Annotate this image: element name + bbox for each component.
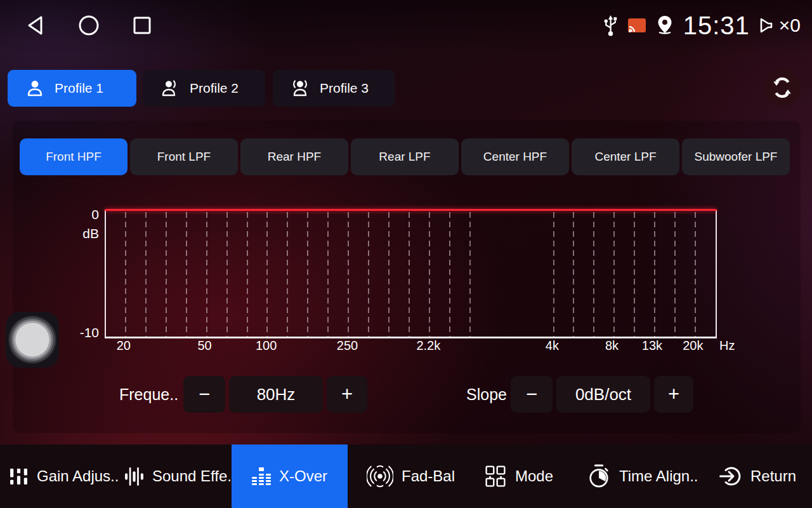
y-axis-label-0: 0: [61, 207, 99, 222]
recents-icon: [131, 15, 153, 36]
filter-tab-center-lpf[interactable]: Center LPF: [572, 138, 679, 175]
slope-plus-button[interactable]: +: [654, 376, 693, 413]
x-tick-label: 50: [197, 338, 211, 353]
plot-area[interactable]: [105, 210, 717, 338]
x-tick-label: 20: [117, 338, 131, 353]
bottom-nav: Gain Adjus.. Sound Effe..: [0, 444, 812, 508]
nav-sound-effect[interactable]: Sound Effe..: [124, 444, 236, 508]
fader-balance-icon: [367, 463, 393, 490]
android-recents-button[interactable]: [129, 13, 155, 38]
head-unit-screen: 15:31 ×0 Profile 1: [0, 0, 812, 508]
frequency-label: Freque..: [119, 376, 178, 413]
gridline: [287, 212, 288, 337]
gridline: [654, 212, 655, 337]
user-2-icon: [160, 79, 180, 98]
filter-tab-front-hpf[interactable]: Front HPF: [20, 138, 128, 175]
slope-value: 0dB/oct: [556, 376, 650, 413]
nav-time-align[interactable]: Time Align..: [587, 444, 698, 508]
gridline: [206, 212, 207, 337]
gridline: [634, 212, 635, 337]
gridline: [674, 212, 676, 337]
gridline: [695, 212, 696, 337]
volume-muted-label: ×0: [779, 15, 801, 36]
nav-label: Fad-Bal: [402, 467, 455, 485]
back-icon: [26, 15, 48, 36]
x-tick-label: 100: [256, 338, 277, 353]
floating-assist-knob[interactable]: [6, 312, 59, 368]
x-tick-label: 20k: [683, 338, 703, 353]
frequency-plus-button[interactable]: +: [327, 376, 367, 413]
gridline: [186, 212, 187, 337]
gridline: [307, 212, 308, 337]
stopwatch-icon: [587, 464, 611, 489]
reset-sync-button[interactable]: [764, 69, 801, 106]
nav-xover[interactable]: X-Over: [232, 444, 348, 508]
x-tick-label: 8k: [605, 338, 619, 353]
gridline: [125, 212, 126, 337]
gridline: [593, 212, 594, 337]
gridline: [388, 212, 390, 337]
sync-icon: [771, 76, 794, 99]
android-back-button[interactable]: [24, 13, 49, 38]
nav-label: Gain Adjus..: [37, 467, 119, 485]
return-arrow-icon: [719, 465, 742, 488]
filter-tab-rear-lpf[interactable]: Rear LPF: [351, 138, 459, 175]
gridline: [166, 212, 167, 337]
x-tick-label: 4k: [546, 338, 559, 353]
nav-gain-adjust[interactable]: Gain Adjus..: [9, 444, 119, 508]
nav-mode[interactable]: Mode: [484, 444, 553, 508]
gridline: [226, 212, 228, 337]
frequency-minus-button[interactable]: −: [183, 376, 225, 413]
usb-icon: [603, 15, 619, 36]
cast-icon: [627, 18, 646, 33]
status-bar: 15:31 ×0: [0, 0, 812, 51]
nav-label: X-Over: [279, 467, 327, 485]
clock: 15:31: [683, 13, 750, 38]
frequency-value: 80Hz: [229, 376, 323, 413]
user-icon: [25, 79, 44, 98]
android-home-button[interactable]: [76, 13, 102, 38]
profile-3-button[interactable]: Profile 3: [273, 70, 395, 107]
location-icon: [655, 15, 674, 36]
filter-tab-front-lpf[interactable]: Front LPF: [130, 138, 238, 175]
mode-grid-icon: [484, 465, 507, 488]
equalizer-icon: [252, 467, 271, 486]
gridline: [449, 212, 450, 337]
filter-tab-rear-hpf[interactable]: Rear HPF: [240, 138, 348, 175]
slope-minus-button[interactable]: −: [511, 376, 553, 413]
gain-sliders-icon: [9, 467, 29, 486]
profile-label: Profile 3: [320, 81, 369, 96]
sound-effect-icon: [124, 467, 144, 486]
gridline: [553, 212, 554, 337]
x-axis-labels: 20501002502.2k4k8k13k20k: [105, 338, 714, 355]
knob-icon: [15, 323, 49, 357]
filter-tabs: Front HPFFront LPFRear HPFRear LPFCenter…: [20, 138, 790, 175]
nav-return[interactable]: Return: [719, 444, 796, 508]
profile-label: Profile 2: [190, 81, 239, 96]
nav-fad-bal[interactable]: Fad-Bal: [367, 444, 455, 508]
profile-2-button[interactable]: Profile 2: [143, 70, 265, 107]
nav-label: Sound Effe..: [152, 467, 236, 485]
gridline: [613, 212, 615, 337]
filter-tab-center-hpf[interactable]: Center HPF: [461, 138, 569, 175]
nav-label: Time Align..: [619, 467, 698, 485]
x-tick-label: 13k: [642, 338, 662, 353]
gridline: [429, 212, 430, 337]
home-icon: [78, 15, 100, 36]
filter-tab-subwoofer-lpf[interactable]: Subwoofer LPF: [682, 138, 790, 175]
slope-label: Slope: [466, 376, 507, 413]
nav-label: Mode: [515, 467, 553, 485]
gridline: [573, 212, 574, 337]
y-axis-label-neg10: -10: [61, 325, 99, 340]
gridline: [348, 212, 349, 337]
volume-muted-icon: [759, 15, 778, 36]
profile-1-button[interactable]: Profile 1: [8, 70, 136, 107]
gridline: [409, 212, 410, 337]
x-tick-label: 2.2k: [416, 338, 440, 353]
volume-muted-indicator[interactable]: ×0: [759, 15, 801, 36]
profile-label: Profile 1: [55, 81, 103, 96]
gridline: [247, 212, 248, 337]
gridline: [327, 212, 329, 337]
x-axis-unit: Hz: [719, 338, 735, 353]
gridline: [145, 212, 147, 337]
